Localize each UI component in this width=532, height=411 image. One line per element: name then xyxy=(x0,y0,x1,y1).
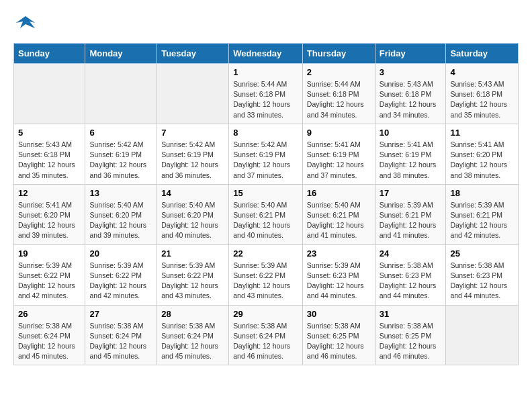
calendar-table: SundayMondayTuesdayWednesdayThursdayFrid… xyxy=(13,43,519,365)
day-cell: 27Sunrise: 5:38 AM Sunset: 6:24 PM Dayli… xyxy=(85,305,157,365)
day-number: 10 xyxy=(380,128,442,138)
day-info: Sunrise: 5:41 AM Sunset: 6:20 PM Dayligh… xyxy=(18,200,81,241)
day-info: Sunrise: 5:41 AM Sunset: 6:20 PM Dayligh… xyxy=(450,140,514,181)
day-number: 21 xyxy=(161,248,224,259)
day-info: Sunrise: 5:40 AM Sunset: 6:21 PM Dayligh… xyxy=(307,200,371,241)
day-info: Sunrise: 5:40 AM Sunset: 6:20 PM Dayligh… xyxy=(161,200,224,241)
day-info: Sunrise: 5:39 AM Sunset: 6:22 PM Dayligh… xyxy=(161,261,224,302)
header-row: SundayMondayTuesdayWednesdayThursdayFrid… xyxy=(14,44,519,64)
day-cell: 16Sunrise: 5:40 AM Sunset: 6:21 PM Dayli… xyxy=(302,184,375,244)
day-cell: 19Sunrise: 5:39 AM Sunset: 6:22 PM Dayli… xyxy=(14,244,85,305)
day-cell: 2Sunrise: 5:44 AM Sunset: 6:18 PM Daylig… xyxy=(302,64,375,124)
day-number: 24 xyxy=(380,248,442,259)
day-cell xyxy=(446,305,519,365)
day-number: 2 xyxy=(307,67,371,77)
day-number: 8 xyxy=(233,128,298,138)
day-info: Sunrise: 5:43 AM Sunset: 6:18 PM Dayligh… xyxy=(450,79,514,120)
day-cell: 18Sunrise: 5:39 AM Sunset: 6:21 PM Dayli… xyxy=(446,184,519,244)
day-info: Sunrise: 5:38 AM Sunset: 6:24 PM Dayligh… xyxy=(233,321,298,362)
logo-bird-icon xyxy=(16,13,35,32)
day-cell: 31Sunrise: 5:38 AM Sunset: 6:25 PM Dayli… xyxy=(375,305,446,365)
day-info: Sunrise: 5:38 AM Sunset: 6:25 PM Dayligh… xyxy=(380,321,442,362)
day-info: Sunrise: 5:42 AM Sunset: 6:19 PM Dayligh… xyxy=(233,140,298,181)
day-number: 4 xyxy=(450,67,514,77)
day-info: Sunrise: 5:40 AM Sunset: 6:21 PM Dayligh… xyxy=(233,200,298,241)
day-cell: 30Sunrise: 5:38 AM Sunset: 6:25 PM Dayli… xyxy=(302,305,375,365)
calendar-header: SundayMondayTuesdayWednesdayThursdayFrid… xyxy=(14,44,519,64)
day-cell: 10Sunrise: 5:41 AM Sunset: 6:19 PM Dayli… xyxy=(375,124,446,184)
day-number: 12 xyxy=(18,188,81,198)
day-cell: 12Sunrise: 5:41 AM Sunset: 6:20 PM Dayli… xyxy=(14,184,85,244)
day-number: 14 xyxy=(161,188,224,198)
header-monday: Monday xyxy=(85,44,157,64)
week-row-5: 26Sunrise: 5:38 AM Sunset: 6:24 PM Dayli… xyxy=(14,305,519,365)
day-info: Sunrise: 5:39 AM Sunset: 6:23 PM Dayligh… xyxy=(307,261,371,302)
page-header xyxy=(13,13,519,32)
day-cell: 15Sunrise: 5:40 AM Sunset: 6:21 PM Dayli… xyxy=(229,184,303,244)
day-info: Sunrise: 5:41 AM Sunset: 6:19 PM Dayligh… xyxy=(307,140,371,181)
day-info: Sunrise: 5:38 AM Sunset: 6:24 PM Dayligh… xyxy=(161,321,224,362)
day-info: Sunrise: 5:42 AM Sunset: 6:19 PM Dayligh… xyxy=(161,140,224,181)
day-cell: 4Sunrise: 5:43 AM Sunset: 6:18 PM Daylig… xyxy=(446,64,519,124)
day-cell: 1Sunrise: 5:44 AM Sunset: 6:18 PM Daylig… xyxy=(229,64,303,124)
day-info: Sunrise: 5:41 AM Sunset: 6:19 PM Dayligh… xyxy=(380,140,442,181)
day-number: 16 xyxy=(307,188,371,198)
day-info: Sunrise: 5:44 AM Sunset: 6:18 PM Dayligh… xyxy=(307,79,371,120)
header-thursday: Thursday xyxy=(302,44,375,64)
day-info: Sunrise: 5:39 AM Sunset: 6:21 PM Dayligh… xyxy=(380,200,442,241)
day-number: 22 xyxy=(233,248,298,259)
calendar-body: 1Sunrise: 5:44 AM Sunset: 6:18 PM Daylig… xyxy=(14,64,519,365)
day-info: Sunrise: 5:42 AM Sunset: 6:19 PM Dayligh… xyxy=(89,140,152,181)
header-wednesday: Wednesday xyxy=(229,44,303,64)
day-cell: 26Sunrise: 5:38 AM Sunset: 6:24 PM Dayli… xyxy=(14,305,85,365)
day-number: 17 xyxy=(380,188,442,198)
day-cell: 11Sunrise: 5:41 AM Sunset: 6:20 PM Dayli… xyxy=(446,124,519,184)
day-cell: 22Sunrise: 5:39 AM Sunset: 6:22 PM Dayli… xyxy=(229,244,303,305)
day-info: Sunrise: 5:39 AM Sunset: 6:22 PM Dayligh… xyxy=(89,261,152,302)
day-number: 20 xyxy=(89,248,152,259)
day-info: Sunrise: 5:38 AM Sunset: 6:24 PM Dayligh… xyxy=(89,321,152,362)
header-friday: Friday xyxy=(375,44,446,64)
week-row-3: 12Sunrise: 5:41 AM Sunset: 6:20 PM Dayli… xyxy=(14,184,519,244)
day-info: Sunrise: 5:43 AM Sunset: 6:18 PM Dayligh… xyxy=(18,140,81,181)
day-cell: 7Sunrise: 5:42 AM Sunset: 6:19 PM Daylig… xyxy=(157,124,229,184)
day-number: 28 xyxy=(161,309,224,319)
day-cell xyxy=(85,64,157,124)
day-number: 9 xyxy=(307,128,371,138)
day-number: 18 xyxy=(450,188,514,198)
day-cell xyxy=(14,64,85,124)
day-info: Sunrise: 5:43 AM Sunset: 6:18 PM Dayligh… xyxy=(380,79,442,120)
day-cell: 21Sunrise: 5:39 AM Sunset: 6:22 PM Dayli… xyxy=(157,244,229,305)
week-row-1: 1Sunrise: 5:44 AM Sunset: 6:18 PM Daylig… xyxy=(14,64,519,124)
logo xyxy=(13,13,35,32)
day-cell: 5Sunrise: 5:43 AM Sunset: 6:18 PM Daylig… xyxy=(14,124,85,184)
day-info: Sunrise: 5:38 AM Sunset: 6:23 PM Dayligh… xyxy=(450,261,514,302)
day-info: Sunrise: 5:40 AM Sunset: 6:20 PM Dayligh… xyxy=(89,200,152,241)
day-number: 11 xyxy=(450,128,514,138)
day-info: Sunrise: 5:44 AM Sunset: 6:18 PM Dayligh… xyxy=(233,79,298,120)
day-cell: 17Sunrise: 5:39 AM Sunset: 6:21 PM Dayli… xyxy=(375,184,446,244)
week-row-4: 19Sunrise: 5:39 AM Sunset: 6:22 PM Dayli… xyxy=(14,244,519,305)
header-tuesday: Tuesday xyxy=(157,44,229,64)
day-info: Sunrise: 5:38 AM Sunset: 6:25 PM Dayligh… xyxy=(307,321,371,362)
day-info: Sunrise: 5:38 AM Sunset: 6:24 PM Dayligh… xyxy=(18,321,81,362)
day-cell: 29Sunrise: 5:38 AM Sunset: 6:24 PM Dayli… xyxy=(229,305,303,365)
header-sunday: Sunday xyxy=(14,44,85,64)
day-cell: 9Sunrise: 5:41 AM Sunset: 6:19 PM Daylig… xyxy=(302,124,375,184)
day-number: 1 xyxy=(233,67,298,77)
day-cell: 28Sunrise: 5:38 AM Sunset: 6:24 PM Dayli… xyxy=(157,305,229,365)
day-cell: 8Sunrise: 5:42 AM Sunset: 6:19 PM Daylig… xyxy=(229,124,303,184)
week-row-2: 5Sunrise: 5:43 AM Sunset: 6:18 PM Daylig… xyxy=(14,124,519,184)
day-number: 5 xyxy=(18,128,81,138)
day-cell: 14Sunrise: 5:40 AM Sunset: 6:20 PM Dayli… xyxy=(157,184,229,244)
day-cell: 25Sunrise: 5:38 AM Sunset: 6:23 PM Dayli… xyxy=(446,244,519,305)
day-number: 7 xyxy=(161,128,224,138)
day-number: 13 xyxy=(89,188,152,198)
day-number: 31 xyxy=(380,309,442,319)
day-info: Sunrise: 5:39 AM Sunset: 6:22 PM Dayligh… xyxy=(233,261,298,302)
day-cell: 13Sunrise: 5:40 AM Sunset: 6:20 PM Dayli… xyxy=(85,184,157,244)
day-number: 25 xyxy=(450,248,514,259)
day-cell: 6Sunrise: 5:42 AM Sunset: 6:19 PM Daylig… xyxy=(85,124,157,184)
day-number: 23 xyxy=(307,248,371,259)
day-cell: 20Sunrise: 5:39 AM Sunset: 6:22 PM Dayli… xyxy=(85,244,157,305)
